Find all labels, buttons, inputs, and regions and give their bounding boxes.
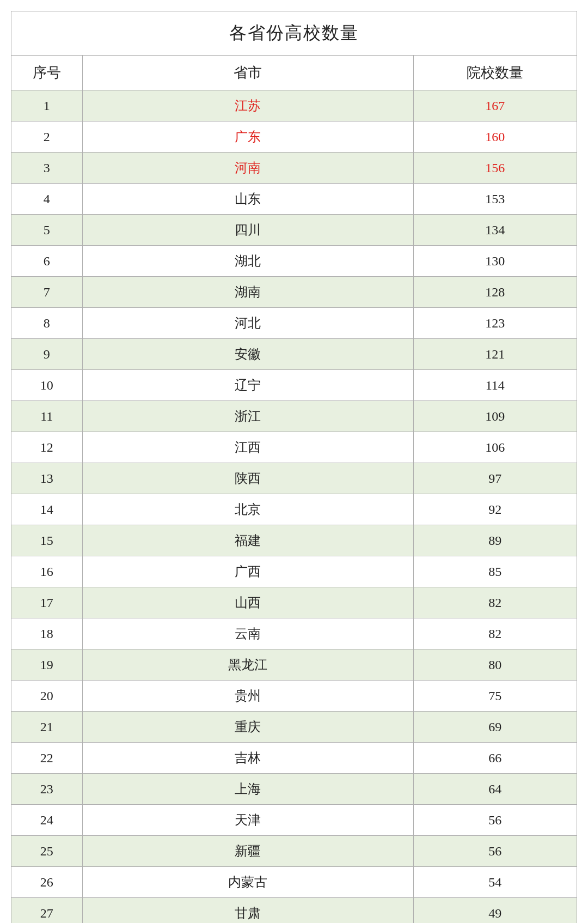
cell-count: 82 [413, 618, 577, 649]
cell-province: 吉林 [82, 743, 413, 774]
table-row: 2广东160 [11, 122, 577, 153]
table-row: 27甘肃49 [11, 898, 577, 924]
cell-seq: 16 [11, 556, 82, 587]
table-row: 11浙江109 [11, 401, 577, 432]
cell-seq: 22 [11, 743, 82, 774]
cell-seq: 27 [11, 898, 82, 924]
cell-province: 重庆 [82, 712, 413, 743]
cell-seq: 3 [11, 153, 82, 184]
table-row: 13陕西97 [11, 463, 577, 494]
table-row: 21重庆69 [11, 712, 577, 743]
cell-province: 湖南 [82, 277, 413, 308]
table-row: 26内蒙古54 [11, 867, 577, 898]
table-row: 15福建89 [11, 525, 577, 556]
cell-province: 黑龙江 [82, 649, 413, 681]
table-title: 各省份高校数量 [11, 11, 577, 56]
cell-province: 新疆 [82, 836, 413, 867]
cell-seq: 7 [11, 277, 82, 308]
cell-count: 114 [413, 370, 577, 401]
table-row: 4山东153 [11, 184, 577, 215]
cell-seq: 8 [11, 308, 82, 339]
cell-count: 56 [413, 805, 577, 836]
main-table-container: 各省份高校数量 序号 省市 院校数量 1江苏1672广东1603河南1564山东… [11, 11, 577, 923]
cell-seq: 5 [11, 215, 82, 246]
cell-seq: 15 [11, 525, 82, 556]
cell-seq: 20 [11, 681, 82, 712]
cell-count: 69 [413, 712, 577, 743]
table-row: 23上海64 [11, 774, 577, 805]
cell-province: 广西 [82, 556, 413, 587]
table-row: 24天津56 [11, 805, 577, 836]
header-seq: 序号 [11, 56, 82, 90]
cell-seq: 23 [11, 774, 82, 805]
cell-seq: 12 [11, 432, 82, 463]
cell-count: 56 [413, 836, 577, 867]
header-province: 省市 [82, 56, 413, 90]
table-row: 18云南82 [11, 618, 577, 649]
cell-count: 97 [413, 463, 577, 494]
cell-province: 广东 [82, 122, 413, 153]
cell-count: 92 [413, 494, 577, 525]
table-row: 7湖南128 [11, 277, 577, 308]
header-count: 院校数量 [413, 56, 577, 90]
cell-seq: 17 [11, 587, 82, 618]
cell-count: 167 [413, 90, 577, 122]
data-table: 序号 省市 院校数量 1江苏1672广东1603河南1564山东1535四川13… [11, 56, 577, 923]
cell-seq: 13 [11, 463, 82, 494]
table-row: 20贵州75 [11, 681, 577, 712]
cell-count: 49 [413, 898, 577, 924]
cell-count: 85 [413, 556, 577, 587]
cell-count: 82 [413, 587, 577, 618]
cell-province: 河南 [82, 153, 413, 184]
cell-province: 福建 [82, 525, 413, 556]
table-row: 3河南156 [11, 153, 577, 184]
cell-province: 天津 [82, 805, 413, 836]
cell-seq: 10 [11, 370, 82, 401]
cell-count: 123 [413, 308, 577, 339]
cell-province: 陕西 [82, 463, 413, 494]
cell-province: 贵州 [82, 681, 413, 712]
cell-province: 河北 [82, 308, 413, 339]
table-row: 10辽宁114 [11, 370, 577, 401]
cell-seq: 19 [11, 649, 82, 681]
cell-province: 甘肃 [82, 898, 413, 924]
cell-province: 云南 [82, 618, 413, 649]
cell-count: 106 [413, 432, 577, 463]
cell-seq: 4 [11, 184, 82, 215]
cell-count: 121 [413, 339, 577, 370]
table-row: 22吉林66 [11, 743, 577, 774]
cell-seq: 24 [11, 805, 82, 836]
cell-count: 109 [413, 401, 577, 432]
table-row: 19黑龙江80 [11, 649, 577, 681]
cell-seq: 6 [11, 246, 82, 277]
cell-seq: 2 [11, 122, 82, 153]
table-row: 17山西82 [11, 587, 577, 618]
table-row: 6湖北130 [11, 246, 577, 277]
table-row: 14北京92 [11, 494, 577, 525]
cell-province: 江苏 [82, 90, 413, 122]
cell-count: 160 [413, 122, 577, 153]
table-row: 9安徽121 [11, 339, 577, 370]
cell-province: 内蒙古 [82, 867, 413, 898]
cell-province: 湖北 [82, 246, 413, 277]
cell-province: 山西 [82, 587, 413, 618]
cell-count: 156 [413, 153, 577, 184]
cell-count: 80 [413, 649, 577, 681]
cell-province: 安徽 [82, 339, 413, 370]
table-row: 25新疆56 [11, 836, 577, 867]
cell-seq: 9 [11, 339, 82, 370]
cell-seq: 18 [11, 618, 82, 649]
table-header-row: 序号 省市 院校数量 [11, 56, 577, 90]
cell-province: 四川 [82, 215, 413, 246]
cell-count: 153 [413, 184, 577, 215]
cell-count: 89 [413, 525, 577, 556]
cell-province: 上海 [82, 774, 413, 805]
cell-seq: 25 [11, 836, 82, 867]
table-row: 12江西106 [11, 432, 577, 463]
cell-province: 辽宁 [82, 370, 413, 401]
cell-seq: 1 [11, 90, 82, 122]
cell-count: 75 [413, 681, 577, 712]
cell-count: 134 [413, 215, 577, 246]
cell-count: 54 [413, 867, 577, 898]
cell-seq: 14 [11, 494, 82, 525]
